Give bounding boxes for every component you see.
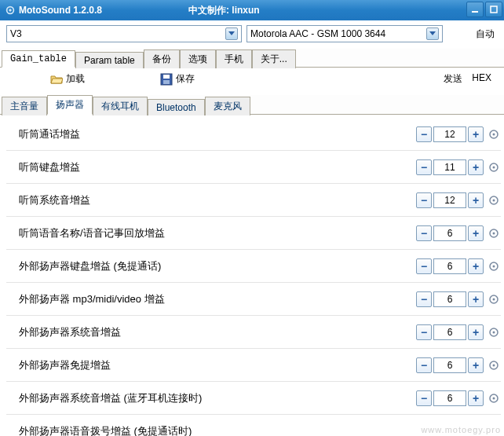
tab-gain-table[interactable]: Gain_table	[2, 50, 75, 68]
svg-rect-2	[472, 11, 478, 13]
save-button[interactable]: 保存	[160, 72, 195, 86]
settings-icon[interactable]	[488, 195, 499, 206]
tab-mic[interactable]: 麦克风	[205, 97, 250, 115]
param-list: 听筒通话增益−12+听筒键盘增益−11+听筒系统音增益−12+听筒语音名称/语音…	[0, 115, 504, 436]
plus-button[interactable]: +	[468, 192, 484, 208]
value-input[interactable]: 11	[433, 159, 466, 175]
minus-button[interactable]: −	[416, 159, 432, 175]
tab-param-table[interactable]: Param table	[75, 52, 144, 68]
sub-tabstrip: 主音量 扬声器 有线耳机 Bluetooth 麦克风	[0, 95, 504, 115]
svg-point-16	[493, 265, 495, 267]
param-row: 外部扬声器语音拨号增益 (免提通话时)	[6, 415, 501, 436]
save-label: 保存	[176, 72, 195, 86]
svg-point-8	[493, 133, 495, 135]
settings-icon[interactable]	[488, 228, 499, 239]
plus-button[interactable]: +	[468, 390, 484, 406]
param-label: 听筒语音名称/语音记事回放增益	[6, 226, 416, 240]
value-stepper: −6+	[416, 225, 501, 241]
model-value: V3	[10, 28, 222, 39]
value-stepper: −6+	[416, 258, 501, 274]
param-label: 外部扬声器 mp3/midi/video 增益	[6, 292, 416, 306]
minus-button[interactable]: −	[416, 225, 432, 241]
settings-icon[interactable]	[488, 261, 499, 272]
svg-point-10	[493, 166, 495, 168]
minus-button[interactable]: −	[416, 258, 432, 274]
plus-button[interactable]: +	[468, 225, 484, 241]
settings-icon[interactable]	[488, 294, 499, 305]
value-input[interactable]: 6	[433, 258, 466, 274]
settings-icon[interactable]	[488, 129, 499, 140]
value-stepper: −11+	[416, 159, 501, 175]
value-input[interactable]: 6	[433, 225, 466, 241]
minus-button[interactable]: −	[416, 357, 432, 373]
param-row: 外部扬声器系统音增益 (蓝牙耳机连接时)−6+	[6, 382, 501, 415]
load-button[interactable]: 加载	[50, 72, 85, 86]
param-row: 听筒系统音增益−12+	[6, 184, 501, 217]
svg-rect-3	[491, 6, 497, 13]
floppy-icon	[160, 73, 173, 86]
minimize-button[interactable]	[466, 2, 484, 17]
tab-wired-headset[interactable]: 有线耳机	[93, 97, 148, 115]
value-stepper: −6+	[416, 357, 501, 373]
svg-point-12	[493, 199, 495, 201]
param-label: 听筒键盘增益	[6, 160, 416, 174]
value-stepper: −6+	[416, 291, 501, 307]
param-row: 听筒语音名称/语音记事回放增益−6+	[6, 217, 501, 250]
plus-button[interactable]: +	[468, 291, 484, 307]
plus-button[interactable]: +	[468, 324, 484, 340]
svg-point-18	[493, 298, 495, 300]
plus-button[interactable]: +	[468, 159, 484, 175]
param-row: 外部扬声器键盘增益 (免提通话)−6+	[6, 250, 501, 283]
plus-button[interactable]: +	[468, 258, 484, 274]
value-input[interactable]: 12	[433, 192, 466, 208]
param-row: 听筒键盘增益−11+	[6, 151, 501, 184]
value-stepper: −6+	[416, 390, 501, 406]
param-label: 听筒系统音增益	[6, 193, 416, 207]
model-dropdown[interactable]: V3	[6, 25, 242, 42]
tab-backup[interactable]: 备份	[144, 49, 180, 68]
title-bar: MotoSound 1.2.0.8 中文制作: linxun	[0, 0, 504, 20]
plus-button[interactable]: +	[468, 357, 484, 373]
value-input[interactable]: 6	[433, 357, 466, 373]
plus-button[interactable]: +	[468, 126, 484, 142]
value-input[interactable]: 6	[433, 324, 466, 340]
value-stepper: −6+	[416, 324, 501, 340]
minus-button[interactable]: −	[416, 291, 432, 307]
app-title: MotoSound 1.2.0.8	[19, 5, 102, 16]
svg-point-1	[9, 9, 12, 12]
param-row: 听筒通话增益−12+	[6, 118, 501, 151]
settings-icon[interactable]	[488, 360, 499, 371]
app-credit: 中文制作: linxun	[188, 4, 260, 17]
value-stepper: −12+	[416, 192, 501, 208]
device-value: Motorola AAC - GSM 1000 3644	[250, 28, 423, 39]
tab-bluetooth[interactable]: Bluetooth	[148, 99, 205, 115]
settings-icon[interactable]	[488, 327, 499, 338]
svg-point-20	[493, 331, 495, 333]
settings-icon[interactable]	[488, 162, 499, 173]
chevron-down-icon	[426, 27, 439, 40]
chevron-down-icon	[225, 27, 238, 40]
param-label: 外部扬声器键盘增益 (免提通话)	[6, 259, 416, 273]
auto-label: 自动	[476, 27, 498, 41]
param-label: 外部扬声器系统音增益	[6, 325, 416, 339]
maximize-button[interactable]	[485, 2, 502, 17]
value-input[interactable]: 12	[433, 126, 466, 142]
toolbar: 加载 保存 发送 HEX	[0, 68, 504, 93]
svg-rect-5	[163, 75, 170, 79]
hex-label[interactable]: HEX	[472, 72, 491, 86]
param-row: 外部扬声器系统音增益−6+	[6, 316, 501, 349]
minus-button[interactable]: −	[416, 390, 432, 406]
send-label[interactable]: 发送	[444, 72, 462, 86]
minus-button[interactable]: −	[416, 324, 432, 340]
value-input[interactable]: 6	[433, 390, 466, 406]
tab-options[interactable]: 选项	[180, 49, 216, 68]
tab-phone[interactable]: 手机	[216, 49, 252, 68]
tab-speaker[interactable]: 扬声器	[47, 95, 93, 115]
device-dropdown[interactable]: Motorola AAC - GSM 1000 3644	[247, 25, 443, 42]
value-input[interactable]: 6	[433, 291, 466, 307]
tab-about[interactable]: 关于...	[252, 49, 296, 68]
settings-icon[interactable]	[488, 393, 499, 404]
minus-button[interactable]: −	[416, 126, 432, 142]
tab-main-volume[interactable]: 主音量	[2, 97, 47, 115]
minus-button[interactable]: −	[416, 192, 432, 208]
